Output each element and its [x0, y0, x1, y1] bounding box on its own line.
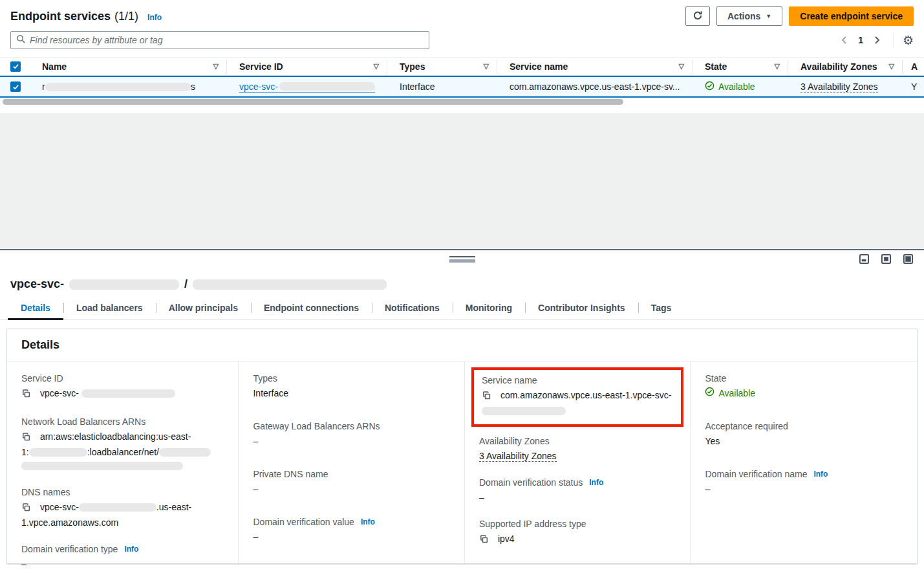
filter-icon[interactable]: ▽: [374, 62, 379, 70]
field-acceptance-required: Acceptance required Yes: [705, 421, 901, 448]
tab-tags[interactable]: Tags: [638, 297, 685, 319]
copy-icon[interactable]: [21, 504, 34, 514]
panel-title: vpce-svc- /: [0, 268, 924, 294]
redacted-value: [29, 448, 87, 457]
refresh-button[interactable]: [685, 6, 710, 26]
filter-icon[interactable]: ▽: [775, 62, 780, 70]
empty-content-area: [0, 105, 924, 249]
row-checkbox[interactable]: [10, 81, 21, 92]
column-header-types[interactable]: Types ▽: [387, 58, 497, 75]
split-panel-handle-bar: [0, 249, 924, 268]
row-types-cell: Interface: [387, 77, 497, 96]
field-state: State Available: [705, 373, 901, 400]
tab-notifications[interactable]: Notifications: [372, 297, 453, 319]
availability-zones-link[interactable]: 3 Availability Zones: [479, 451, 557, 462]
row-name-cell: r s: [29, 77, 226, 96]
field-dns-names: DNS names vpce-svc-.us-east- 1.vpce.amaz…: [21, 487, 222, 530]
column-header-state[interactable]: State ▽: [692, 58, 788, 75]
row-partial-cell: Y: [902, 77, 924, 96]
column-header-service-name[interactable]: Service name ▽: [497, 58, 692, 75]
title-info-link[interactable]: Info: [147, 13, 162, 22]
chevron-left-icon[interactable]: [837, 33, 852, 47]
panel-medium-icon[interactable]: [881, 254, 892, 266]
row-availability-zones-cell: 3 Availability Zones: [788, 77, 902, 96]
availability-zones-link[interactable]: 3 Availability Zones: [800, 81, 878, 92]
column-header-name[interactable]: Name ▽: [29, 58, 226, 75]
copy-icon[interactable]: [479, 535, 491, 546]
tab-endpoint-connections[interactable]: Endpoint connections: [251, 297, 372, 319]
tab-contributor-insights[interactable]: Contributor Insights: [525, 297, 638, 319]
column-header-service-id[interactable]: Service ID ▽: [226, 58, 387, 75]
table-header-row: Name ▽ Service ID ▽ Types ▽ Service name…: [0, 58, 924, 76]
details-card-heading: Details: [7, 329, 917, 362]
row-service-name-cell: com.amazonaws.vpce.us-east-1.vpce-sv...: [497, 77, 692, 96]
gear-icon[interactable]: ⚙: [903, 34, 914, 47]
service-id-link[interactable]: vpce-svc-: [239, 81, 278, 92]
filter-icon[interactable]: ▽: [889, 62, 894, 70]
search-input[interactable]: [30, 35, 424, 45]
search-icon: [16, 34, 26, 46]
field-service-name: Service name com.amazonaws.vpce.us-east-…: [482, 375, 675, 418]
filter-icon[interactable]: ▽: [679, 62, 684, 70]
status-available-icon: [705, 387, 714, 400]
panel-large-icon[interactable]: [903, 254, 914, 266]
column-header-partial[interactable]: A: [902, 58, 924, 75]
copy-icon[interactable]: [21, 390, 34, 400]
actions-button[interactable]: Actions ▼: [716, 6, 782, 26]
panel-small-icon[interactable]: [859, 254, 870, 266]
redacted-title-name: [193, 279, 387, 290]
drag-handle-icon[interactable]: [449, 256, 475, 263]
copy-icon[interactable]: [482, 392, 494, 402]
tab-allow-principals[interactable]: Allow principals: [156, 297, 251, 319]
filter-icon[interactable]: ▽: [484, 62, 489, 70]
info-link[interactable]: Info: [124, 545, 138, 554]
redacted-title-id: [69, 279, 179, 290]
row-state-cell: Available: [692, 77, 788, 96]
row-service-id-cell: vpce-svc-: [226, 77, 387, 96]
field-domain-verification-value: Domain verification value Info –: [253, 517, 449, 544]
info-link[interactable]: Info: [361, 517, 375, 526]
table-row[interactable]: r s vpce-svc- Interface com.amazonaws.vp…: [0, 76, 924, 98]
field-glb-arns: Gateway Load Balancers ARNs –: [253, 421, 449, 448]
field-availability-zones: Availability Zones 3 Availability Zones: [479, 436, 675, 463]
tab-load-balancers[interactable]: Load balancers: [63, 297, 156, 319]
info-link[interactable]: Info: [589, 478, 603, 487]
horizontal-scrollbar[interactable]: [0, 98, 924, 105]
field-domain-verification-type: Domain verification type Info –: [21, 544, 222, 571]
field-supported-ip: Supported IP address type ipv4: [479, 519, 675, 548]
field-domain-verification-name: Domain verification name Info –: [705, 469, 901, 496]
redacted-value: [79, 503, 156, 512]
column-header-availability-zones[interactable]: Availability Zones ▽: [788, 58, 902, 75]
status-badge: Available: [718, 81, 755, 92]
annotation-highlight-box: Service name com.amazonaws.vpce.us-east-…: [471, 367, 684, 427]
field-service-id: Service ID vpce-svc-: [21, 373, 222, 402]
create-button-label: Create endpoint service: [800, 11, 903, 21]
resource-count: (1/1): [114, 10, 138, 23]
create-endpoint-service-button[interactable]: Create endpoint service: [789, 6, 914, 26]
scrollbar-thumb[interactable]: [3, 99, 623, 105]
select-all-checkbox[interactable]: [10, 61, 21, 72]
tab-monitoring[interactable]: Monitoring: [453, 297, 525, 319]
actions-button-label: Actions: [727, 11, 760, 21]
info-link[interactable]: Info: [813, 470, 828, 479]
field-private-dns-name: Private DNS name –: [253, 469, 449, 496]
panel-tabs: Details Load balancers Allow principals …: [0, 297, 924, 320]
page-number[interactable]: 1: [858, 35, 863, 45]
redacted-value: [159, 448, 211, 457]
chevron-right-icon[interactable]: [870, 33, 884, 47]
redacted-name: [45, 83, 191, 91]
copy-icon[interactable]: [21, 433, 34, 444]
caret-down-icon: ▼: [766, 13, 771, 19]
redacted-value: [81, 389, 175, 398]
search-box[interactable]: [10, 31, 429, 49]
status-badge: Available: [718, 387, 755, 400]
refresh-icon: [693, 10, 703, 23]
page-title: Endpoint services: [10, 10, 111, 23]
filter-icon[interactable]: ▽: [213, 62, 219, 70]
status-available-icon: [705, 81, 714, 92]
tab-details[interactable]: Details: [8, 297, 63, 319]
field-nlb-arns: Network Load Balancers ARNs arn:aws:elas…: [21, 416, 222, 473]
redacted-service-id: [279, 82, 375, 91]
redacted-value: [21, 462, 183, 470]
details-card: Details Service ID vpce-svc- Network Loa…: [6, 329, 918, 564]
